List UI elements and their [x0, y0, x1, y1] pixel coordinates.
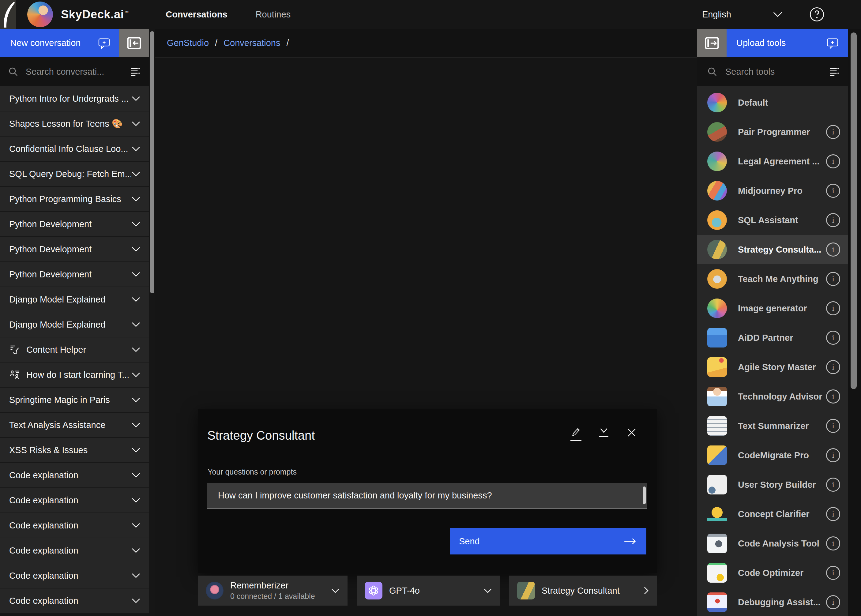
info-icon[interactable]: i [826, 536, 840, 550]
chevron-down-icon[interactable] [131, 397, 141, 402]
info-icon[interactable]: i [826, 331, 840, 345]
filter-list-icon[interactable] [129, 66, 141, 78]
workspace-logo[interactable] [0, 0, 16, 29]
conversation-search-input[interactable] [25, 66, 129, 77]
prompt-value[interactable]: How can I improve customer satisfaction … [207, 490, 643, 501]
info-icon[interactable]: i [826, 154, 840, 168]
chevron-down-icon[interactable] [131, 447, 141, 453]
tool-search-input[interactable] [725, 66, 828, 77]
breadcrumb-conversations[interactable]: Conversations [223, 38, 280, 48]
tool-item[interactable]: Concept Clarifier i [697, 499, 848, 529]
close-icon[interactable] [626, 427, 637, 438]
tool-item[interactable]: Agile Story Master i [697, 352, 848, 382]
info-icon[interactable]: i [826, 242, 840, 256]
info-icon[interactable]: i [826, 595, 840, 609]
tool-item[interactable]: Legal Agreement ... i [697, 147, 848, 176]
conversation-item[interactable]: Code explanation [0, 463, 149, 488]
info-icon[interactable]: i [826, 448, 840, 462]
collapse-left-panel-button[interactable] [119, 29, 149, 57]
conversation-item[interactable]: Django Model Explained [0, 312, 149, 337]
chevron-down-icon[interactable] [131, 146, 141, 152]
conversation-item[interactable]: How do I start learning T... [0, 363, 149, 388]
tab-conversations[interactable]: Conversations [166, 9, 227, 20]
conversation-item[interactable]: Code explanation [0, 488, 149, 513]
info-icon[interactable]: i [826, 360, 840, 374]
scrollbar-thumb[interactable] [851, 33, 857, 389]
info-icon[interactable]: i [826, 213, 840, 227]
tools-scrollbar[interactable] [848, 29, 861, 616]
collapse-right-panel-button[interactable] [697, 29, 727, 57]
tool-item[interactable]: Technology Advisor i [697, 382, 848, 411]
conversation-item[interactable]: Code explanation [0, 538, 149, 563]
upload-tools-button[interactable]: Upload tools [727, 29, 848, 57]
chevron-down-icon[interactable] [131, 598, 141, 603]
chevron-down-icon[interactable] [131, 121, 141, 126]
chevron-down-icon[interactable] [131, 196, 141, 202]
conversation-item[interactable]: Springtime Magic in Paris [0, 388, 149, 413]
tool-item[interactable]: AiDD Partner i [697, 323, 848, 352]
tool-item[interactable]: Teach Me Anything i [697, 264, 848, 294]
tool-item[interactable]: SQL Assistant i [697, 206, 848, 235]
chevron-down-icon[interactable] [131, 272, 141, 277]
tool-item[interactable]: Midjourney Pro i [697, 176, 848, 206]
conversation-item[interactable]: XSS Risks & Issues [0, 438, 149, 463]
scrollbar-thumb[interactable] [150, 31, 154, 293]
tool-item[interactable]: Text Summarizer i [697, 411, 848, 440]
chevron-down-icon[interactable] [131, 222, 141, 227]
conversation-item[interactable]: Content Helper [0, 337, 149, 363]
model-selector[interactable]: GPT-4o [357, 575, 500, 606]
chevron-down-icon[interactable] [131, 372, 141, 377]
filter-list-icon[interactable] [828, 66, 840, 78]
info-icon[interactable]: i [826, 272, 840, 286]
conversation-item[interactable]: Confidential Info Clause Loo... [0, 137, 149, 162]
conversation-item[interactable]: Python Development [0, 262, 149, 287]
info-icon[interactable]: i [826, 419, 840, 433]
chevron-down-icon[interactable] [131, 422, 141, 428]
info-icon[interactable]: i [826, 125, 840, 139]
tab-routines[interactable]: Routines [256, 9, 291, 20]
tool-item[interactable]: Image generator i [697, 294, 848, 323]
prompt-scrollbar[interactable] [643, 487, 646, 504]
conversation-item[interactable]: Python Intro for Undergrads ... [0, 86, 149, 112]
chevron-down-icon[interactable] [131, 472, 141, 478]
send-button[interactable]: Send [450, 528, 646, 555]
info-icon[interactable]: i [826, 507, 840, 521]
chevron-down-icon[interactable] [131, 297, 141, 302]
info-icon[interactable]: i [826, 390, 840, 404]
tool-item[interactable]: Code Optimizer i [697, 558, 848, 588]
breadcrumb-genstudio[interactable]: GenStudio [167, 38, 209, 48]
rememberizer-selector[interactable]: Rememberizer 0 connected / 1 available [198, 575, 347, 606]
conversation-item[interactable]: Python Development [0, 237, 149, 262]
conversation-item[interactable]: Django Model Explained [0, 287, 149, 312]
chevron-down-icon[interactable] [131, 548, 141, 553]
info-icon[interactable]: i [826, 566, 840, 580]
conversation-item[interactable]: Code explanation [0, 588, 149, 614]
chevron-down-icon[interactable] [131, 96, 141, 101]
help-icon[interactable] [809, 6, 825, 22]
chevron-down-icon[interactable] [131, 523, 141, 528]
language-selector[interactable]: English [702, 9, 731, 20]
chevron-down-icon[interactable] [773, 11, 783, 17]
conversations-scrollbar[interactable] [149, 29, 155, 616]
tool-item[interactable]: Pair Programmer i [697, 117, 848, 147]
conversation-item[interactable]: Code explanation [0, 513, 149, 538]
conversation-item[interactable]: Text Analysis Assistance [0, 413, 149, 438]
chevron-down-icon[interactable] [131, 347, 141, 352]
info-icon[interactable]: i [826, 301, 840, 315]
conversation-item[interactable]: Code explanation [0, 563, 149, 588]
minimize-chevron-icon[interactable] [599, 427, 608, 437]
info-icon[interactable]: i [826, 184, 840, 198]
chevron-down-icon[interactable] [131, 498, 141, 503]
info-icon[interactable]: i [826, 478, 840, 492]
conversation-item[interactable]: Python Programming Basics [0, 187, 149, 212]
tool-item[interactable]: Code Analysis Tool i [697, 529, 848, 558]
tool-item[interactable]: Strategy Consulta... i [697, 235, 848, 264]
chevron-down-icon[interactable] [131, 573, 141, 578]
edit-icon[interactable] [570, 427, 581, 441]
tool-item[interactable]: Debugging Assist... i [697, 588, 848, 616]
chevron-down-icon[interactable] [131, 322, 141, 327]
conversation-item[interactable]: SQL Query Debug: Fetch Em... [0, 162, 149, 187]
tool-item[interactable]: Default [697, 88, 848, 117]
tool-item[interactable]: User Story Builder i [697, 470, 848, 499]
chevron-down-icon[interactable] [131, 171, 141, 177]
